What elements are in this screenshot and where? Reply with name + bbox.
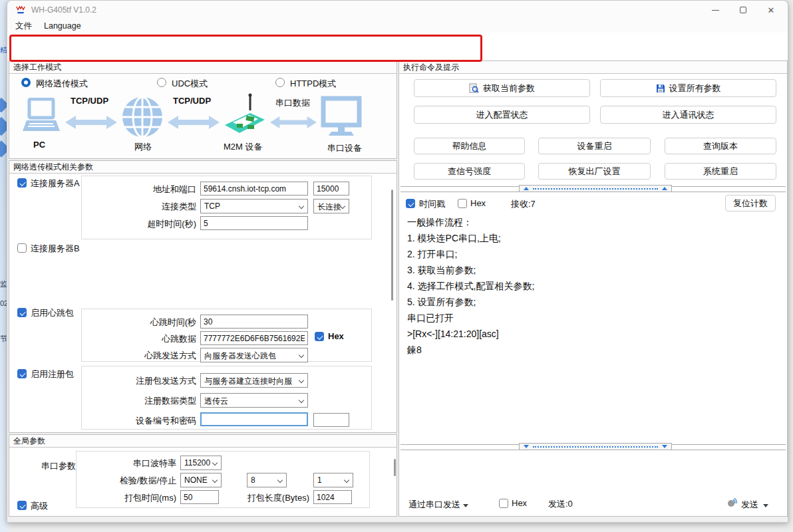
- system-reboot-button[interactable]: 系统重启: [665, 163, 776, 180]
- send-input-area[interactable]: [402, 455, 785, 492]
- send-hex-checkbox[interactable]: [499, 499, 508, 508]
- heartbeat-time-label: 心跳时间(秒: [82, 317, 196, 329]
- log-output-area[interactable]: 一般操作流程： 1. 模块连PC串口,上电; 2. 打开串口; 3. 获取当前参…: [402, 215, 785, 439]
- register-type-select[interactable]: 透传云: [200, 393, 308, 408]
- log-hex-checkbox[interactable]: [458, 199, 467, 208]
- send-via-dropdown[interactable]: 通过串口发送: [408, 499, 468, 511]
- params-scrollbar[interactable]: [391, 190, 393, 301]
- log-line: 1. 模块连PC串口,上电;: [407, 233, 501, 245]
- global-scrollbar[interactable]: [394, 459, 396, 476]
- factory-reset-button[interactable]: 恢复出厂设置: [538, 163, 651, 180]
- m2m-label: M2M 设备: [224, 141, 263, 153]
- signal-strength-button[interactable]: 查信号强度: [414, 163, 525, 180]
- heartbeat-label[interactable]: 启用心跳包: [31, 307, 74, 319]
- timestamp-label[interactable]: 时间戳: [419, 198, 445, 210]
- app-window: WH-G405tf V1.0.2 ✕ 文件 Language [PC串口参数] …: [7, 0, 788, 523]
- save-floppy-icon: [656, 84, 665, 93]
- pc-laptop-icon: [21, 98, 61, 136]
- minimize-button[interactable]: [701, 1, 729, 19]
- work-mode-group-title: 选择工作模式: [9, 61, 397, 74]
- conn-mode-select[interactable]: 长连接: [313, 199, 349, 213]
- pack-len-label: 打包长度(Bytes): [196, 492, 309, 504]
- heartbeat-hex-label[interactable]: Hex: [328, 331, 344, 341]
- net-params-group-title: 网络透传模式相关参数: [9, 161, 397, 174]
- server-a-label[interactable]: 连接服务器A: [31, 178, 80, 190]
- radio-udc-label[interactable]: UDC模式: [172, 78, 208, 90]
- heartbeat-panel: 心跳时间(秒 心跳数据 Hex 心跳发送方式 向服务器发送心跳包: [81, 309, 372, 362]
- log-line: 一般操作流程：: [407, 217, 472, 229]
- pc-label: PC: [33, 140, 45, 150]
- global-baud-select[interactable]: 115200: [180, 456, 222, 470]
- log-hex-label[interactable]: Hex: [470, 198, 486, 208]
- device-reboot-button[interactable]: 设备重启: [538, 138, 651, 154]
- radio-net-transparent-label[interactable]: 网络透传模式: [36, 78, 88, 90]
- global-serial-panel: 串口波特率 115200 检验/数据/停止 NONE 8 1 打包时间(ms) …: [76, 451, 370, 508]
- splitter-dots: [533, 188, 658, 190]
- radio-net-transparent-mode[interactable]: [21, 78, 31, 87]
- server-addr-input[interactable]: [200, 182, 308, 196]
- server-b-checkbox[interactable]: [17, 243, 27, 253]
- device-id-input[interactable]: [200, 412, 308, 426]
- heartbeat-data-input[interactable]: [200, 331, 308, 345]
- device-password-input[interactable]: [313, 413, 349, 427]
- server-a-checkbox[interactable]: [17, 178, 27, 188]
- log-line: >[Rx<-][14:21:20][asc]: [407, 329, 499, 339]
- collapse-up-icon: [524, 187, 529, 190]
- set-params-button[interactable]: 设置所有参数: [600, 79, 776, 97]
- global-stopbits-select[interactable]: 1: [313, 473, 353, 487]
- query-version-button[interactable]: 查询版本: [665, 138, 776, 154]
- heartbeat-checkbox[interactable]: [17, 308, 27, 317]
- device-id-label: 设备编号和密码: [82, 415, 196, 427]
- conn-type-select[interactable]: TCP: [200, 199, 308, 213]
- register-type-label: 注册数据类型: [82, 395, 196, 407]
- menu-file[interactable]: 文件: [15, 21, 32, 32]
- close-button[interactable]: ✕: [757, 1, 785, 19]
- reset-count-button[interactable]: 复位计数: [725, 195, 776, 211]
- link3-label: 串口数据: [275, 97, 310, 109]
- heartbeat-data-label: 心跳数据: [82, 333, 196, 345]
- get-params-button[interactable]: 获取当前参数: [414, 79, 590, 97]
- register-checkbox[interactable]: [17, 369, 27, 378]
- maximize-button[interactable]: [729, 1, 757, 19]
- sent-count-label: 发送:0: [548, 498, 573, 510]
- send-hex-label[interactable]: Hex: [512, 498, 527, 508]
- heartbeat-time-input[interactable]: [200, 315, 308, 329]
- send-splitter-handle[interactable]: [519, 443, 672, 450]
- advanced-label[interactable]: 高级: [31, 500, 48, 512]
- radio-udc-mode[interactable]: [157, 78, 166, 87]
- radio-httpd-label[interactable]: HTTPD模式: [290, 78, 336, 90]
- network-label: 网络: [134, 141, 152, 153]
- log-line: 串口已打开: [407, 313, 454, 325]
- log-splitter-handle[interactable]: [519, 185, 672, 192]
- log-line: 5. 设置所有参数;: [407, 297, 476, 309]
- link2-label: TCP/UDP: [173, 96, 211, 106]
- timeout-label: 超时时间(秒): [82, 218, 196, 230]
- timeout-input[interactable]: [200, 216, 308, 230]
- server-port-input[interactable]: [313, 182, 349, 196]
- register-label[interactable]: 启用注册包: [31, 368, 74, 380]
- send-button[interactable]: 发送: [741, 499, 768, 511]
- global-parity-select[interactable]: NONE: [180, 473, 222, 487]
- serial-device-label: 串口设备: [327, 142, 362, 154]
- pack-time-label: 打包时间(ms): [62, 492, 176, 504]
- pack-len-input[interactable]: [313, 490, 352, 504]
- global-baud-label: 串口波特率: [62, 458, 176, 469]
- heartbeat-hex-checkbox[interactable]: [315, 332, 324, 341]
- global-databits-select[interactable]: 8: [247, 473, 287, 487]
- serial-toolbar: [PC串口参数] : 串口号 COM11 波特率 115200 检验/数据/停止…: [7, 33, 788, 62]
- help-button[interactable]: 帮助信息: [414, 138, 525, 154]
- register-mode-select[interactable]: 与服务器建立连接时向服: [200, 373, 308, 388]
- menu-bar: 文件 Language: [7, 19, 788, 33]
- timestamp-checkbox[interactable]: [406, 199, 415, 208]
- serial-device-icon: [321, 96, 362, 137]
- heartbeat-mode-select[interactable]: 向服务器发送心跳包: [200, 348, 308, 362]
- net-params-group: 网络透传模式相关参数 连接服务器A 地址和端口 连接类型 TCP 长连接 超时时…: [9, 160, 397, 433]
- global-params-group-title: 全局参数: [9, 435, 397, 448]
- enter-config-button[interactable]: 进入配置状态: [414, 106, 590, 124]
- enter-comm-button[interactable]: 进入通讯状态: [600, 106, 776, 124]
- log-line: 鍊8: [407, 344, 422, 356]
- menu-language[interactable]: Language: [44, 21, 81, 31]
- advanced-checkbox[interactable]: [17, 501, 27, 510]
- server-b-label[interactable]: 连接服务器B: [31, 243, 80, 255]
- radio-httpd-mode[interactable]: [275, 78, 285, 87]
